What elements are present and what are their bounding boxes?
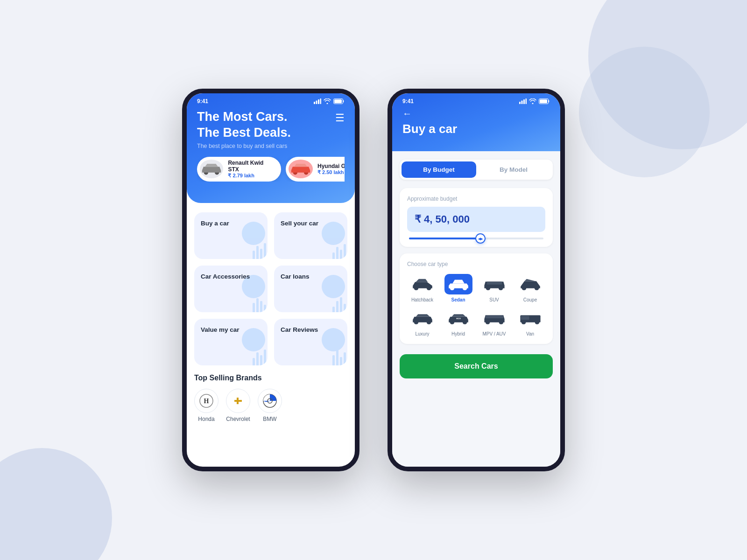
car-type-hatchback[interactable]: Hatchback (407, 274, 437, 302)
svg-rect-16 (519, 102, 521, 104)
car-type-label: Choose car type (407, 261, 545, 267)
tab-by-model[interactable]: By Model (476, 161, 551, 178)
car-name-1: Renault Kwid STX (228, 160, 275, 173)
car-type-card: Choose car type Hatchback (400, 253, 553, 344)
menu-deco-2 (308, 226, 347, 259)
suv-label: SUV (489, 297, 499, 302)
sedan-label: Sedan (451, 297, 465, 302)
car-type-sedan[interactable]: Sedan (443, 274, 473, 302)
svg-rect-17 (521, 101, 523, 105)
car-price-2: ₹ 2.50 lakh (317, 169, 345, 175)
hatchback-icon-wrap (409, 274, 437, 294)
phone1: 9:41 (182, 89, 359, 471)
luxury-icon-wrap (409, 308, 437, 329)
car-type-suv[interactable]: SUV (479, 274, 509, 302)
phone1-header: 9:41 (187, 93, 355, 203)
slider-arrows-icon: ◂▸ (478, 236, 483, 241)
wifi-icon-2 (529, 98, 536, 104)
signal-icon (314, 98, 321, 104)
svg-text:H: H (204, 398, 209, 405)
menu-deco-6 (308, 333, 347, 365)
phone2: 9:41 (388, 89, 565, 471)
hybrid-label: Hybrid (451, 331, 465, 336)
tab-switcher: By Budget By Model (400, 160, 553, 180)
car-type-mpv[interactable]: MPV / AUV (479, 308, 509, 336)
menu-item-sell-car[interactable]: Sell your car (274, 212, 347, 259)
back-button[interactable]: ← (392, 107, 560, 122)
phone2-body: By Budget By Model Approximate budget ₹ … (392, 151, 560, 467)
budget-value: ₹ 4, 50, 000 (407, 207, 545, 232)
menu-deco-3 (228, 280, 268, 312)
brand-chevrolet[interactable]: Chevrolet (226, 389, 250, 422)
menu-grid: Buy a car Sell your car (187, 203, 355, 372)
status-icons-2 (519, 98, 550, 104)
status-icons-1 (314, 98, 345, 104)
hatchback-label: Hatchback (411, 297, 433, 302)
car-thumb-2 (289, 160, 313, 178)
svg-rect-2 (318, 99, 319, 104)
honda-label: Honda (198, 416, 214, 422)
coupe-icon-wrap (516, 274, 544, 294)
car-type-coupe[interactable]: Coupe (515, 274, 545, 302)
search-cars-button[interactable]: Search Cars (400, 354, 553, 378)
svg-rect-28 (487, 281, 502, 284)
signal-icon-2 (519, 98, 527, 104)
header-title: The Most Cars. The Best Deals. (197, 109, 291, 141)
brand-honda[interactable]: H Honda (194, 389, 218, 422)
car-type-luxury[interactable]: Luxury (407, 308, 437, 336)
car-price-1: ₹ 2.79 lakh (228, 173, 275, 179)
svg-rect-21 (540, 99, 547, 103)
svg-rect-0 (314, 102, 315, 104)
sedan-icon-wrap (444, 274, 472, 294)
budget-slider[interactable]: ◂▸ (409, 238, 543, 239)
status-bar-1: 9:41 (187, 93, 355, 107)
honda-logo: H (194, 389, 218, 413)
car-type-grid: Hatchback Sedan (407, 274, 545, 336)
car-type-van[interactable]: Van (515, 308, 545, 336)
header-content: The Most Cars. The Best Deals. ☰ The bes… (187, 107, 355, 189)
van-icon-wrap (516, 308, 544, 329)
svg-rect-19 (526, 98, 527, 104)
menu-item-value[interactable]: Value my car (194, 319, 268, 365)
menu-item-buy-car[interactable]: Buy a car (194, 212, 268, 259)
svg-rect-5 (334, 99, 342, 103)
status-bar-2: 9:41 (392, 93, 560, 107)
budget-label: Approximate budget (407, 196, 545, 202)
menu-item-reviews[interactable]: Car Reviews (274, 319, 347, 365)
svg-rect-13 (237, 398, 239, 404)
svg-rect-1 (316, 101, 317, 105)
van-label: Van (526, 331, 534, 336)
hamburger-icon[interactable]: ☰ (335, 112, 345, 124)
bmw-label: BMW (263, 416, 276, 422)
car-thumb-1 (200, 160, 223, 178)
bmw-logo (258, 389, 282, 413)
header-top: The Most Cars. The Best Deals. ☰ (197, 109, 345, 141)
mpv-label: MPV / AUV (482, 331, 506, 336)
menu-item-accessories[interactable]: Car Accessories (194, 266, 268, 312)
brands-section: Top Selling Brands H Honda (187, 372, 355, 430)
mpv-icon-wrap (480, 308, 508, 329)
coupe-label: Coupe (523, 297, 537, 302)
slider-thumb[interactable]: ◂▸ (475, 233, 486, 244)
svg-rect-18 (523, 99, 525, 104)
slider-fill (409, 238, 483, 239)
battery-icon (333, 98, 345, 104)
brand-bmw[interactable]: BMW (258, 389, 282, 422)
menu-deco-5 (228, 333, 268, 365)
wifi-icon (324, 98, 331, 104)
tab-by-budget[interactable]: By Budget (402, 161, 476, 178)
chevrolet-label: Chevrolet (226, 416, 250, 422)
brands-section-title: Top Selling Brands (194, 374, 347, 382)
status-time-2: 9:41 (402, 98, 414, 105)
featured-car-1[interactable]: Renault Kwid STX ₹ 2.79 lakh (197, 157, 281, 182)
svg-text:eco: eco (456, 317, 461, 320)
luxury-label: Luxury (415, 331, 429, 336)
car-name-2: Hyundai Gr (317, 163, 345, 169)
car-info-2: Hyundai Gr ₹ 2.50 lakh (317, 163, 345, 175)
svg-rect-3 (320, 98, 322, 104)
car-type-hybrid[interactable]: eco Hybrid (443, 308, 473, 336)
suv-icon-wrap (480, 274, 508, 294)
featured-car-2[interactable]: Hyundai Gr ₹ 2.50 lakh (286, 157, 345, 182)
menu-item-loans[interactable]: Car loans (274, 266, 347, 312)
battery-icon-2 (539, 98, 550, 104)
